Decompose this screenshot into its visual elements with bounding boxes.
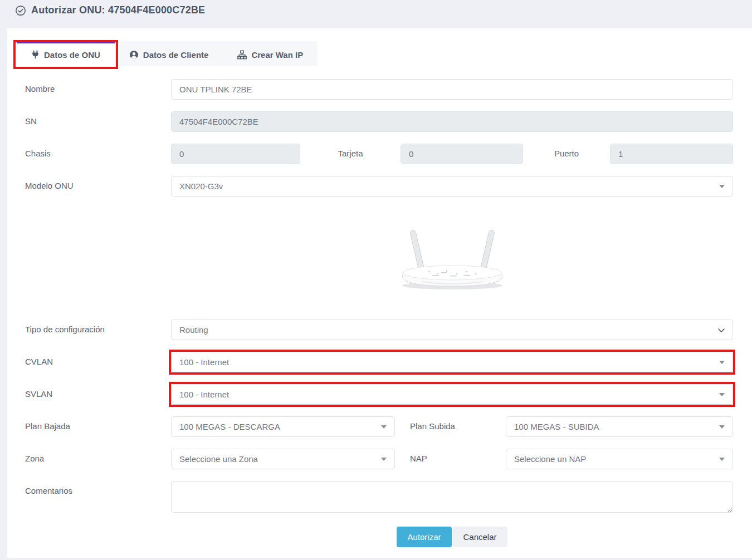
caret-down-icon <box>381 425 387 429</box>
chasis-input <box>171 144 300 164</box>
plan-bajada-label: Plan Bajada <box>25 416 171 431</box>
form-actions: Autorizar Cancelar <box>25 527 733 547</box>
caret-down-icon <box>719 185 725 188</box>
form-row-planes: Plan Bajada 100 MEGAS - DESCARGA Plan Su… <box>25 416 733 437</box>
tipo-configuracion-label: Tipo de configuración <box>25 320 171 334</box>
svlan-value: 100 - Internet <box>179 390 229 399</box>
zona-select[interactable]: Seleccione una Zona <box>171 449 395 469</box>
form-row-modelo-onu: Modelo ONU XN020-G3v <box>25 176 733 197</box>
plan-subida-select[interactable]: 100 MEGAS - SUBIDA <box>506 416 733 437</box>
sn-label: SN <box>25 111 171 126</box>
form-row-svlan: SVLAN 100 - Internet <box>25 384 733 405</box>
cancel-button[interactable]: Cancelar <box>453 527 507 547</box>
user-circle-icon <box>129 50 139 60</box>
plan-subida-label: Plan Subida <box>395 416 506 431</box>
nombre-input[interactable] <box>171 79 733 100</box>
puerto-input <box>610 144 733 164</box>
caret-down-icon <box>719 458 725 461</box>
form-row-cvlan: CVLAN 100 - Internet <box>25 352 733 372</box>
zona-value: Seleccione una Zona <box>179 454 258 464</box>
comentarios-label: Comentarios <box>25 481 171 495</box>
caret-down-icon <box>719 425 725 429</box>
tab-datos-de-cliente[interactable]: Datos de Cliente <box>115 41 223 66</box>
nap-value: Seleccione un NAP <box>514 454 586 464</box>
cvlan-select[interactable]: 100 - Internet <box>171 352 733 372</box>
tarjeta-input <box>401 144 523 164</box>
caret-down-icon <box>381 458 387 461</box>
svlan-select[interactable]: 100 - Internet <box>171 384 733 405</box>
tipo-configuracion-value: Routing <box>179 325 208 335</box>
form-row-chasis: Chasis Tarjeta Puerto <box>25 144 733 164</box>
chevron-down-icon <box>718 325 725 335</box>
nombre-label: Nombre <box>25 79 171 94</box>
sitemap-icon <box>237 50 247 60</box>
form-row-zona-nap: Zona Seleccione una Zona NAP Seleccione … <box>25 449 733 469</box>
plug-icon <box>31 50 40 59</box>
annotation-box-svlan <box>169 382 735 407</box>
caret-down-icon <box>719 393 725 396</box>
modelo-onu-value: XN020-G3v <box>179 181 223 191</box>
tipo-configuracion-select[interactable]: Routing <box>171 320 733 340</box>
plan-bajada-value: 100 MEGAS - DESCARGA <box>179 422 280 431</box>
modelo-onu-label: Modelo ONU <box>25 176 171 190</box>
annotation-box-cvlan <box>169 350 735 375</box>
caret-down-icon <box>719 361 725 364</box>
cvlan-value: 100 - Internet <box>179 357 229 367</box>
form-row-tipo-configuracion: Tipo de configuración Routing <box>25 320 733 340</box>
tab-label: Datos de Cliente <box>143 50 209 60</box>
puerto-label: Puerto <box>523 144 610 158</box>
comentarios-textarea[interactable] <box>171 481 733 513</box>
plan-subida-value: 100 MEGAS - SUBIDA <box>514 422 599 431</box>
tab-label: Crear Wan IP <box>251 50 303 60</box>
tab-datos-de-onu[interactable]: Datos de ONU <box>17 41 115 66</box>
check-circle-icon <box>15 5 26 16</box>
page-header: Autorizar ONU: 47504F4E000C72BE <box>0 0 752 28</box>
form-row-router-image <box>25 226 733 292</box>
cvlan-label: CVLAN <box>25 352 171 366</box>
plan-bajada-select[interactable]: 100 MEGAS - DESCARGA <box>171 416 395 437</box>
sn-input <box>171 111 733 132</box>
form-row-sn: SN <box>25 111 733 132</box>
modelo-onu-select[interactable]: XN020-G3v <box>171 176 733 197</box>
form-row-nombre: Nombre <box>25 79 733 100</box>
nap-select[interactable]: Seleccione un NAP <box>506 449 733 469</box>
svlan-label: SVLAN <box>25 384 171 399</box>
onu-router-image <box>397 226 508 292</box>
form-row-comentarios: Comentarios <box>25 481 733 513</box>
tab-crear-wan-ip[interactable]: Crear Wan IP <box>223 41 318 66</box>
content-card: Datos de ONU Datos de Cliente <box>7 28 752 558</box>
tab-label: Datos de ONU <box>44 50 100 60</box>
page-title: Autorizar ONU: 47504F4E000C72BE <box>31 4 205 16</box>
tarjeta-label: Tarjeta <box>300 144 401 158</box>
tab-bar: Datos de ONU Datos de Cliente <box>17 41 318 66</box>
nap-label: NAP <box>395 449 506 463</box>
chasis-label: Chasis <box>25 144 171 158</box>
zona-label: Zona <box>25 449 171 463</box>
authorize-button[interactable]: Autorizar <box>397 527 451 547</box>
